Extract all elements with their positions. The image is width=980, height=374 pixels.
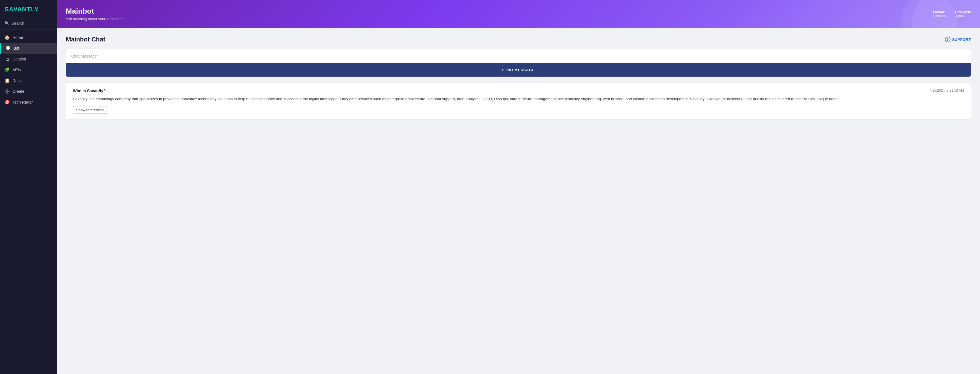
docs-icon: 📋 — [5, 78, 10, 83]
chat-input[interactable] — [66, 49, 970, 63]
message-header: Who is Savantly? 4/30/2024, 9:31:18 AM — [73, 88, 964, 93]
sidebar-nav: 🏠 Home 💬 Bot 🗂 Catalog 🧩 APIs 📋 Docs ➕ C… — [0, 30, 57, 374]
sidebar-item-label: Bot — [13, 46, 19, 51]
sidebar-item-create[interactable]: ➕ Create... — [0, 86, 57, 97]
sidebar-item-home[interactable]: 🏠 Home — [0, 32, 57, 43]
sidebar-item-label: Tech Radar — [13, 100, 33, 104]
message-timestamp: 4/30/2024, 9:31:18 AM — [929, 88, 964, 93]
tech-radar-icon: 🎯 — [5, 100, 10, 105]
owner-label: Owner — [933, 10, 944, 14]
content-header: Mainbot Chat ? SUPPORT — [66, 36, 971, 43]
lifecycle-label: Lifecycle — [955, 10, 971, 14]
support-label: SUPPORT — [952, 37, 971, 42]
owner-meta: Owner Savantly — [933, 10, 946, 18]
home-icon: 🏠 — [5, 35, 10, 40]
send-message-button[interactable]: SEND MESSAGE — [66, 63, 970, 77]
message-card: Who is Savantly? 4/30/2024, 9:31:18 AM S… — [66, 83, 971, 120]
header-meta: Owner Savantly Lifecycle Alpha — [933, 10, 971, 18]
sidebar-item-bot[interactable]: 💬 Bot — [0, 43, 57, 54]
sidebar-item-label: Home — [13, 35, 23, 40]
sidebar-item-docs[interactable]: 📋 Docs — [0, 75, 57, 86]
header-banner: Mainbot Ask anything about your document… — [57, 0, 980, 28]
sidebar: SAVANTLY 🔍 Search 🏠 Home 💬 Bot 🗂 Catalog… — [0, 0, 57, 374]
messages-list: Who is Savantly? 4/30/2024, 9:31:18 AM S… — [66, 83, 971, 120]
search-label: Search — [12, 21, 24, 26]
main-content: Mainbot Ask anything about your document… — [57, 0, 980, 374]
app-logo: SAVANTLY — [0, 0, 57, 19]
lifecycle-value: Alpha — [955, 14, 964, 18]
message-question: Who is Savantly? — [73, 88, 106, 93]
sidebar-item-label: APIs — [13, 67, 21, 72]
search-icon: 🔍 — [5, 21, 10, 26]
sidebar-item-apis[interactable]: 🧩 APIs — [0, 64, 57, 75]
show-references-button[interactable]: Show references — [73, 106, 107, 114]
header-subtitle: Ask anything about your documents — [66, 17, 971, 21]
page-title: Mainbot Chat — [66, 36, 105, 43]
apis-icon: 🧩 — [5, 67, 10, 72]
sidebar-item-tech-radar[interactable]: 🎯 Tech Radar — [0, 97, 57, 107]
bot-icon: 💬 — [5, 46, 11, 51]
catalog-icon: 🗂 — [5, 56, 10, 62]
lifecycle-meta: Lifecycle Alpha — [955, 10, 971, 18]
message-body: Savantly is a technology company that sp… — [73, 96, 964, 102]
sidebar-item-catalog[interactable]: 🗂 Catalog — [0, 54, 57, 64]
content-area: Mainbot Chat ? SUPPORT SEND MESSAGE Who … — [57, 28, 980, 374]
support-link[interactable]: ? SUPPORT — [945, 37, 971, 42]
chat-input-area: SEND MESSAGE — [66, 49, 971, 77]
sidebar-item-label: Docs — [13, 78, 22, 83]
sidebar-item-label: Create... — [13, 89, 28, 94]
owner-value: Savantly — [933, 14, 946, 18]
create-icon: ➕ — [5, 89, 10, 94]
support-icon: ? — [945, 37, 950, 42]
search-button[interactable]: 🔍 Search — [0, 19, 57, 30]
header-title: Mainbot — [66, 7, 971, 16]
sidebar-item-label: Catalog — [13, 57, 26, 61]
